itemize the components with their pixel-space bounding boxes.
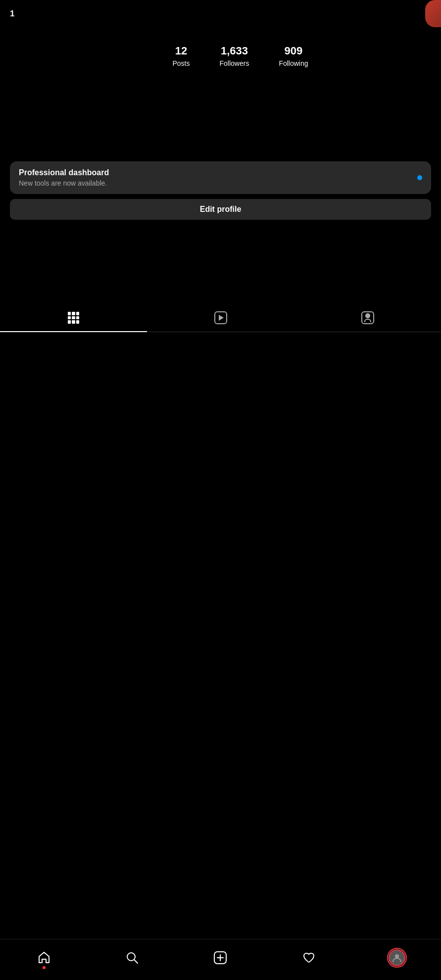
heart-icon: [302, 951, 316, 965]
create-icon: [213, 951, 227, 965]
reels-tab-icon: [214, 311, 228, 325]
pro-dashboard-title: Professional dashboard: [19, 168, 417, 177]
profile-tabs: [0, 304, 441, 332]
grid-icon: [68, 312, 80, 324]
svg-point-5: [395, 954, 399, 958]
home-icon: [37, 951, 51, 965]
posts-label: Posts: [172, 59, 190, 67]
pro-dashboard-subtitle: New tools are now available.: [19, 179, 417, 187]
followers-stat[interactable]: 1,633 Followers: [219, 45, 249, 67]
profile-avatar-nav: [389, 949, 405, 966]
search-icon: [125, 951, 139, 965]
reels-icon: [214, 311, 227, 324]
tagged-icon: [361, 311, 374, 324]
person-head: [365, 313, 370, 318]
status-bar: 1: [0, 0, 441, 25]
profile-header: 12 Posts 1,633 Followers 909 Following: [0, 25, 441, 156]
following-stat[interactable]: 909 Following: [279, 45, 308, 67]
middle-spacer: [0, 225, 441, 284]
grid-tab-icon: [67, 311, 81, 325]
post-cell[interactable]: [0, 333, 147, 480]
nav-activity[interactable]: [294, 945, 324, 970]
edit-profile-button[interactable]: Edit profile: [10, 199, 431, 220]
home-notification-dot: [43, 966, 46, 969]
pro-dashboard-notification-dot: [417, 175, 422, 180]
pro-dashboard-text: Professional dashboard New tools are now…: [19, 168, 417, 187]
followers-count: 1,633: [221, 45, 248, 57]
pro-dashboard-card[interactable]: Professional dashboard New tools are now…: [10, 161, 431, 194]
bottom-nav: [0, 939, 441, 980]
nav-search[interactable]: [117, 945, 147, 970]
top-right-avatar-decoration: [425, 0, 441, 27]
bio-spacer: [10, 77, 431, 147]
nav-profile[interactable]: [382, 945, 412, 970]
svg-line-1: [135, 960, 138, 964]
status-time: 1: [10, 9, 14, 19]
posts-stat[interactable]: 12 Posts: [172, 45, 190, 67]
tagged-tab-icon: [361, 311, 375, 325]
post-cell[interactable]: [294, 333, 441, 480]
tab-grid[interactable]: [0, 304, 147, 332]
nav-home[interactable]: [29, 945, 59, 970]
profile-stats-row: 12 Posts 1,633 Followers 909 Following: [49, 30, 431, 77]
posts-count: 12: [175, 45, 187, 57]
content-feed: [0, 480, 441, 727]
followers-label: Followers: [219, 59, 249, 67]
nav-create[interactable]: [205, 945, 235, 970]
svg-point-0: [127, 953, 135, 961]
person-body: [364, 319, 371, 322]
content-area: 12 Posts 1,633 Followers 909 Following P…: [0, 25, 441, 772]
following-label: Following: [279, 59, 308, 67]
post-cell[interactable]: [147, 333, 294, 480]
posts-grid: [0, 333, 441, 480]
tab-reels[interactable]: [147, 304, 294, 332]
tab-tagged[interactable]: [294, 304, 441, 332]
following-count: 909: [285, 45, 303, 57]
